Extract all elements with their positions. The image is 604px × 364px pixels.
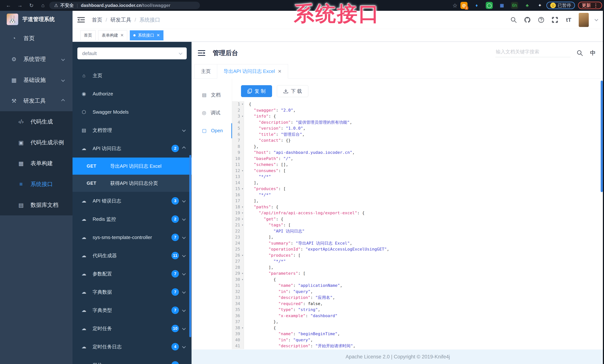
swagger-item-label: 代码生成器 bbox=[93, 252, 117, 259]
doc-search-icon[interactable] bbox=[576, 49, 584, 57]
swagger-item-doc-manage[interactable]: ▤文档管理 bbox=[73, 121, 191, 139]
extension-6h-icon[interactable]: 6h bbox=[511, 2, 518, 9]
download-button[interactable]: 下 载 bbox=[277, 85, 308, 97]
swagger-item-swagger-models[interactable]: ⬡Swagger Models bbox=[73, 103, 191, 121]
language-toggle-icon[interactable]: 中 bbox=[589, 49, 597, 57]
sidebar-item-home[interactable]: ◔首页 bbox=[0, 28, 73, 49]
line-number: 27 bbox=[232, 258, 244, 264]
sidebar-item-codegen-example[interactable]: ▣代码生成示例 bbox=[0, 132, 73, 153]
bookmark-star-icon[interactable]: ☆ bbox=[453, 2, 457, 9]
doc-collapse-icon[interactable] bbox=[198, 50, 205, 56]
sidebar-item-devtools[interactable]: ⚒研发工具 bbox=[0, 90, 73, 111]
token-p: : { bbox=[357, 211, 365, 215]
dict-data-icon: ☁ bbox=[81, 289, 87, 295]
token-k: "produces" bbox=[254, 186, 278, 191]
sidebar-item-system-api[interactable]: ≡系统接口 bbox=[0, 174, 73, 195]
swagger-item-cron-job-log[interactable]: ☁定时任务日志4 bbox=[73, 338, 191, 356]
extension-green-circle-icon[interactable]: ◯ bbox=[486, 2, 493, 9]
fullscreen-icon[interactable] bbox=[551, 16, 559, 24]
help-icon[interactable] bbox=[537, 16, 545, 24]
panel-scrollbar-thumb[interactable] bbox=[189, 155, 191, 337]
token-p: : [], bbox=[276, 162, 288, 167]
doc-manage-icon: ▤ bbox=[81, 127, 87, 133]
app-logo-row[interactable]: 🐰 芋道管理系统 bbox=[0, 11, 73, 28]
swagger-item-dict-type[interactable]: ☁字典类型7 bbox=[73, 301, 191, 319]
doc-tab-close-icon[interactable]: ✕ bbox=[278, 69, 282, 74]
json-editor[interactable]: 1▾{2 "swagger": "2.0",3▾ "info": {4 "des… bbox=[232, 101, 604, 350]
token-k: "type" bbox=[278, 307, 293, 312]
paused-extension-pill[interactable]: ☺ 已暂停 bbox=[546, 2, 575, 9]
swagger-item-param-config[interactable]: ☁参数配置7 bbox=[73, 265, 191, 283]
swagger-item-label: 定时任务 bbox=[93, 325, 112, 332]
code-line: 31 "name": "applicationName", bbox=[232, 283, 604, 289]
extension-leaf-icon[interactable]: ♣ bbox=[524, 2, 531, 9]
doc-search-input[interactable] bbox=[495, 49, 570, 57]
extension-pin-icon[interactable]: ♦ bbox=[473, 2, 480, 9]
tag-close-icon[interactable]: ✕ bbox=[120, 33, 124, 38]
swagger-item-post[interactable]: ☁岗位 bbox=[73, 356, 191, 364]
swagger-item-swagger-home[interactable]: ⌂主页 bbox=[73, 66, 191, 85]
window-scrollbar-track[interactable] bbox=[603, 11, 604, 364]
avatar-caret-icon[interactable] bbox=[594, 17, 598, 21]
swagger-item-api-access-log[interactable]: ☁API 访问日志2 bbox=[73, 139, 191, 158]
github-icon[interactable] bbox=[524, 16, 531, 24]
code-line: 38▾ { bbox=[232, 325, 604, 331]
code-line: 12▾ "consumes": [ bbox=[232, 168, 604, 174]
chevron-down-icon bbox=[61, 57, 65, 61]
breadcrumb-separator: / bbox=[106, 17, 107, 23]
tag-表单构建[interactable]: 表单构建✕ bbox=[98, 30, 127, 40]
browser-home-icon[interactable]: ⌂ bbox=[40, 2, 46, 9]
code-line: 27 "*/*" bbox=[232, 258, 604, 264]
swagger-item-sms-template[interactable]: ☁sys-sms-template-controller7 bbox=[73, 228, 191, 246]
doc-side-doc[interactable]: ▤文档 bbox=[191, 86, 232, 104]
sidebar-fold-icon[interactable] bbox=[77, 17, 85, 23]
extension-orange-icon[interactable]: ◍1 bbox=[460, 2, 467, 9]
doc-side-open[interactable]: ▢Open bbox=[191, 122, 232, 139]
address-bar[interactable]: ⚠ 不安全 | dashboard.yudao.iocoder.cn /tool… bbox=[49, 2, 200, 9]
emoji-face-icon: ☺ bbox=[550, 3, 556, 8]
swagger-item-dict-data[interactable]: ☁字典数据7 bbox=[73, 283, 191, 301]
browser-menu-icon[interactable]: ⋮ bbox=[593, 3, 598, 8]
api-operation-export-api-access-log-excel[interactable]: GET导出API 访问日志 Excel bbox=[73, 158, 191, 175]
user-avatar[interactable] bbox=[579, 13, 589, 27]
main-scrollbar-thumb[interactable] bbox=[601, 81, 603, 192]
sidebar-item-infra[interactable]: ▦基础设施 bbox=[0, 70, 73, 90]
token-p: , bbox=[291, 156, 293, 161]
tag-系统接口[interactable]: 系统接口✕ bbox=[130, 30, 163, 40]
line-number: 32 bbox=[232, 289, 244, 295]
tag-close-icon[interactable]: ✕ bbox=[156, 33, 160, 38]
update-button[interactable]: 更新 ⋮ bbox=[578, 2, 602, 9]
text-size-icon[interactable]: tT bbox=[565, 16, 572, 24]
browser-forward-icon[interactable]: → bbox=[17, 2, 23, 9]
swagger-item-api-error-log[interactable]: ☁API 错误日志3 bbox=[73, 192, 191, 210]
swagger-item-authorize[interactable]: ◉Authorize bbox=[73, 85, 191, 103]
sidebar-item-form-builder[interactable]: ▦表单构建 bbox=[0, 153, 73, 174]
extension-grid-icon[interactable]: ▦ bbox=[498, 2, 505, 9]
doc-tab-主页[interactable]: 主页 bbox=[195, 64, 217, 78]
swagger-item-code-generator[interactable]: ☁代码生成器11 bbox=[73, 246, 191, 265]
token-p: : bbox=[278, 156, 283, 161]
swagger-item-cron-job[interactable]: ☁定时任务10 bbox=[73, 319, 191, 338]
sidebar-item-db-doc[interactable]: ▤数据库文档 bbox=[0, 195, 73, 215]
token-s: "1.0.0" bbox=[286, 126, 303, 131]
browser-back-icon[interactable]: ← bbox=[5, 2, 12, 9]
api-operation-get-api-access-log-page[interactable]: GET获得API 访问日志分页 bbox=[73, 175, 191, 192]
sidebar-item-codegen[interactable]: ‹/›代码生成 bbox=[0, 111, 73, 132]
header-search-icon[interactable] bbox=[510, 16, 517, 24]
doc-side-debug[interactable]: ◎调试 bbox=[191, 104, 232, 122]
api-group-select[interactable]: default bbox=[77, 47, 187, 59]
sidebar-item-label: 表单构建 bbox=[30, 160, 53, 167]
token-p: : bbox=[301, 247, 305, 251]
tag-首页[interactable]: 首页 bbox=[80, 30, 96, 40]
token-s: "管理后台" bbox=[281, 132, 302, 137]
token-p: : bbox=[303, 301, 308, 306]
token-p bbox=[249, 301, 278, 306]
browser-reload-icon[interactable]: ↻ bbox=[28, 2, 35, 9]
copy-button[interactable]: 复 制 bbox=[241, 85, 272, 97]
swagger-item-redis-monitor[interactable]: ☁Redis 监控2 bbox=[73, 210, 191, 228]
line-number: 16 bbox=[232, 192, 244, 198]
doc-tab-导出API 访问日志 Excel[interactable]: 导出API 访问日志 Excel✕ bbox=[217, 64, 288, 78]
sidebar-item-system[interactable]: ⚙系统管理 bbox=[0, 49, 73, 70]
extension-star-icon[interactable]: ✦ bbox=[536, 2, 543, 9]
license-text: Apache License 2.0 | Copyright © 2019-Kn… bbox=[346, 354, 450, 360]
